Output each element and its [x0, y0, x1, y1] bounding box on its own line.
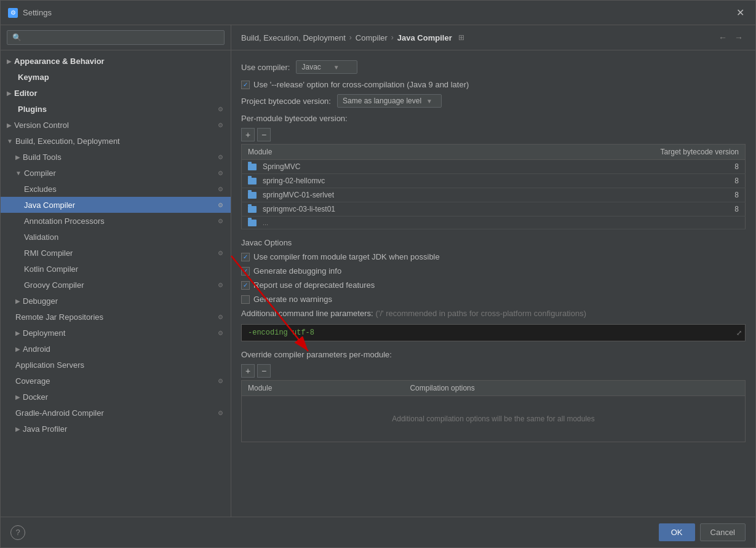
table-row[interactable]: spring-02-hellomvc 8: [242, 174, 746, 188]
override-hint: Additional compilation options will be t…: [242, 396, 746, 442]
sidebar-item-label: Android: [23, 344, 225, 354]
cmd-input[interactable]: [241, 324, 746, 341]
settings-gear-icon: ⚙: [216, 328, 225, 337]
dropdown-arrow-icon: ▼: [426, 98, 432, 105]
breadcrumb-icon: ⊞: [458, 33, 464, 42]
sidebar-item-docker[interactable]: ▶ Docker: [1, 389, 231, 405]
sidebar-item-android[interactable]: ▶ Android: [1, 341, 231, 357]
remove-module-button[interactable]: −: [257, 128, 271, 141]
sidebar-item-label: Version Control: [14, 121, 216, 130]
folder-cell: SpringMVC: [248, 162, 499, 171]
table-row[interactable]: ...: [242, 216, 746, 229]
release-option-row: ✓ Use '--release' option for cross-compi…: [241, 80, 746, 89]
sidebar-item-label: Groovy Compiler: [24, 280, 216, 290]
sidebar-item-build-execution[interactable]: ▼ Build, Execution, Deployment: [1, 133, 231, 149]
module-table-toolbar: + −: [241, 128, 746, 141]
table-row[interactable]: springMVC-01-serlvet 8: [242, 188, 746, 202]
sidebar-item-rmi-compiler[interactable]: RMI Compiler ⚙: [1, 245, 231, 261]
deprecated-checkbox[interactable]: ✓: [241, 281, 250, 290]
settings-gear-icon: ⚙: [216, 185, 225, 193]
sidebar-item-kotlin-compiler[interactable]: Kotlin Compiler: [1, 261, 231, 277]
folder-icon: [248, 178, 257, 185]
use-compiler-label: Use compiler:: [241, 63, 290, 72]
sidebar-item-label: Docker: [23, 392, 225, 402]
settings-dialog: ⚙ Settings ✕ ▶ Appearance & Behavior Key…: [0, 0, 756, 548]
sidebar-item-label: Java Profiler: [23, 424, 225, 434]
sidebar-item-label: Excludes: [24, 185, 216, 194]
app-icon: ⚙: [8, 8, 18, 18]
sidebar-item-java-profiler[interactable]: ▶ Java Profiler: [1, 421, 231, 437]
content-area: ▶ Appearance & Behavior Keymap ▶ Editor …: [1, 25, 755, 517]
chevron-right-icon: ▶: [15, 346, 20, 352]
cb-module-target-row: ✓ Use compiler from module target JDK wh…: [241, 252, 746, 261]
cb-deprecated-row: ✓ Report use of deprecated features: [241, 280, 746, 290]
target-col-header: Target bytecode version: [505, 145, 745, 160]
search-input[interactable]: [7, 30, 225, 45]
debug-info-label: Generate debugging info: [253, 266, 341, 276]
sidebar-item-app-servers[interactable]: Application Servers: [1, 357, 231, 373]
dialog-title: Settings: [23, 8, 52, 17]
add-module-button[interactable]: +: [241, 128, 255, 141]
sidebar-item-gradle-android[interactable]: Gradle-Android Compiler ⚙: [1, 405, 231, 421]
close-button[interactable]: ✕: [733, 6, 748, 20]
module-version: 8: [505, 202, 745, 216]
nav-back-arrow[interactable]: ←: [716, 31, 730, 44]
debug-info-checkbox[interactable]: ✓: [241, 267, 250, 276]
sidebar-item-compiler[interactable]: ▼ Compiler ⚙: [1, 165, 231, 181]
sidebar-item-label: Application Servers: [15, 360, 225, 370]
breadcrumb-bar: Build, Execution, Deployment › Compiler …: [231, 25, 755, 50]
table-row[interactable]: SpringMVC 8: [242, 160, 746, 174]
deprecated-label: Report use of deprecated features: [253, 280, 375, 290]
breadcrumb-sep-1: ›: [349, 33, 352, 42]
sidebar-item-label: Debugger: [23, 296, 225, 306]
sidebar-item-appearance[interactable]: ▶ Appearance & Behavior: [1, 53, 231, 69]
settings-gear-icon: ⚙: [216, 280, 225, 289]
sidebar-item-annotation-processors[interactable]: Annotation Processors ⚙: [1, 213, 231, 229]
help-button[interactable]: ?: [10, 525, 25, 540]
dropdown-arrow-icon: ▼: [333, 64, 340, 71]
remove-override-button[interactable]: −: [257, 364, 271, 378]
chevron-right-icon: ▶: [7, 58, 12, 65]
override-label: Override compiler parameters per-module:: [241, 350, 746, 359]
add-override-button[interactable]: +: [241, 364, 255, 378]
sidebar-item-deployment[interactable]: ▶ Deployment ⚙: [1, 325, 231, 341]
sidebar-item-keymap[interactable]: Keymap: [1, 69, 231, 85]
nav-forward-arrow[interactable]: →: [732, 31, 746, 44]
sidebar-item-debugger[interactable]: ▶ Debugger: [1, 293, 231, 309]
override-module-col: Module: [242, 381, 404, 396]
no-warnings-checkbox[interactable]: [241, 295, 250, 304]
settings-gear-icon: ⚙: [216, 169, 225, 177]
folder-icon: [248, 192, 257, 199]
additional-params-row: Additional command line parameters: ('/'…: [241, 309, 746, 318]
sidebar-item-label: Plugins: [7, 105, 216, 114]
cancel-button[interactable]: Cancel: [700, 523, 746, 541]
table-row[interactable]: springmvc-03-li-test01 8: [242, 202, 746, 216]
chevron-right-icon: ▶: [15, 154, 20, 161]
sidebar-item-plugins[interactable]: Plugins ⚙: [1, 101, 231, 117]
module-col-header: Module: [242, 145, 506, 160]
sidebar-item-label: Annotation Processors: [24, 216, 216, 226]
no-warnings-label: Generate no warnings: [253, 295, 332, 304]
module-target-checkbox[interactable]: ✓: [241, 253, 250, 261]
module-name: ...: [242, 216, 506, 229]
release-checkbox[interactable]: ✓: [241, 81, 250, 89]
sidebar-item-java-compiler[interactable]: Java Compiler ⚙: [1, 197, 231, 213]
breadcrumb-java-compiler: Java Compiler: [397, 33, 452, 42]
sidebar-item-coverage[interactable]: Coverage ⚙: [1, 373, 231, 389]
sidebar-item-excludes[interactable]: Excludes ⚙: [1, 181, 231, 197]
sidebar-item-validation[interactable]: Validation: [1, 229, 231, 245]
sidebar-item-build-tools[interactable]: ▶ Build Tools ⚙: [1, 149, 231, 165]
compiler-select[interactable]: Javac ▼: [296, 60, 357, 74]
title-bar: ⚙ Settings ✕: [1, 1, 755, 25]
folder-icon: [248, 206, 257, 213]
sidebar-item-groovy-compiler[interactable]: Groovy Compiler ⚙: [1, 277, 231, 293]
sidebar-item-version-control[interactable]: ▶ Version Control ⚙: [1, 117, 231, 133]
use-compiler-row: Use compiler: Javac ▼: [241, 60, 746, 74]
settings-gear-icon: ⚙: [216, 312, 225, 321]
settings-gear-icon: ⚙: [216, 408, 225, 417]
settings-gear-icon: ⚙: [216, 153, 225, 161]
sidebar-item-editor[interactable]: ▶ Editor: [1, 85, 231, 101]
ok-button[interactable]: OK: [659, 523, 695, 541]
bytecode-version-select[interactable]: Same as language level ▼: [337, 94, 442, 108]
sidebar-item-remote-jar[interactable]: Remote Jar Repositories ⚙: [1, 309, 231, 325]
